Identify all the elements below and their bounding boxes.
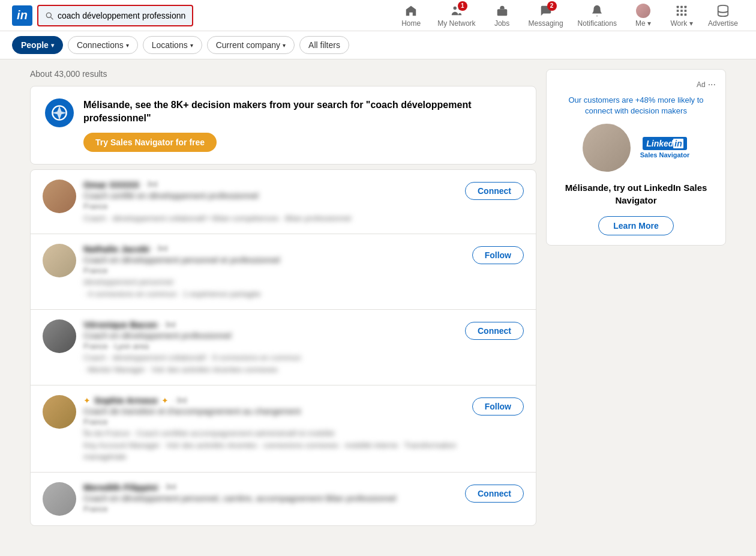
avatar[interactable] [43,244,76,277]
nav-item-messaging[interactable]: 2 Messaging [523,1,569,30]
filter-company-label: Current company [216,40,280,50]
person-degree: · 3rd [153,244,167,253]
chevron-down-icon: ▾ [51,42,54,49]
svg-rect-5 [685,5,687,8]
person-location: France [83,266,465,275]
header: in Home 1 My Network Jobs [0,0,756,31]
ad-card: Ad ··· Our customers are +48% more likel… [546,69,726,246]
filter-people[interactable]: People ▾ [12,36,63,54]
nav-item-mynetwork[interactable]: 1 My Network [431,1,481,30]
ad-sub-text: Our customers are +48% more likely to co… [556,95,716,116]
avatar[interactable] [43,180,76,213]
person-action: Connect [465,322,524,340]
person-info: Meredith Filippini · 3rd Coach en dévelo… [83,482,458,513]
person-name[interactable]: Véronique Bacon [83,319,157,330]
sales-nav-headline: Mélisande, see the 8K+ decision makers f… [83,98,521,125]
filter-connections-label: Connections [77,40,124,50]
connect-button[interactable]: Connect [465,182,524,200]
svg-rect-9 [677,13,679,16]
follow-button[interactable]: Follow [472,246,524,264]
svg-rect-4 [680,5,683,8]
person-headline: Coach en développement personnel et prof… [83,255,465,265]
right-column: Ad ··· Our customers are +48% more likel… [546,69,726,526]
nav-label-messaging: Messaging [529,19,563,28]
ad-person-image [583,124,631,172]
nav-bar: Home 1 My Network Jobs 2 Messaging [393,1,744,30]
ad-options-icon[interactable]: ··· [708,79,716,90]
me-avatar [636,4,650,18]
connect-button[interactable]: Connect [465,485,524,503]
person-name[interactable]: Sophie Arnoux [94,395,158,405]
person-headline: Coach de transition et d'accompagnement … [83,406,465,416]
avatar[interactable] [43,319,76,353]
nav-item-notifications[interactable]: Notifications [572,1,623,30]
nav-label-home: Home [401,19,421,28]
notifications-icon [590,4,604,18]
nav-label-work: Work ▾ [670,19,692,28]
nav-label-mynetwork: My Network [437,19,475,28]
messaging-icon: 2 [539,4,553,18]
table-row: Meredith Filippini · 3rd Coach en dévelo… [31,473,536,525]
filter-locations[interactable]: Locations ▾ [143,36,202,54]
connect-button[interactable]: Connect [465,322,524,340]
person-action: Connect [465,182,524,200]
person-name[interactable]: Omar XXXXX [83,180,139,190]
svg-rect-2 [497,9,507,16]
person-info: Véronique Bacon · 3rd Coach en développe… [83,319,458,375]
ad-header: Ad ··· [556,79,716,90]
svg-rect-6 [677,10,679,12]
svg-point-0 [453,6,457,10]
messaging-badge: 2 [547,1,557,11]
try-sales-nav-button[interactable]: Try Sales Navigator for free [83,133,217,152]
chevron-down-icon: ▾ [190,42,193,49]
mynetwork-icon: 1 [449,4,464,18]
person-action: Follow [472,246,524,264]
person-extra: · Mentor Manager · Voir des activités ré… [83,364,458,375]
follow-button[interactable]: Follow [472,397,524,415]
nav-item-me[interactable]: Me ▾ [625,1,661,30]
avatar[interactable] [43,482,76,516]
filter-connections[interactable]: Connections ▾ [68,36,138,54]
home-icon [404,4,418,18]
nav-item-advertise[interactable]: Advertise [702,1,744,30]
filter-bar: People ▾ Connections ▾ Locations ▾ Curre… [0,31,756,59]
table-row: Nathalie Jacobi · 3rd Coach en développe… [31,234,536,310]
person-headline: Coach en développement professionnel [83,331,458,340]
table-row: ✦ Sophie Arnoux ✦ · 3rd Coach de transit… [31,385,536,472]
person-mutual: Coach · développement collaboratif · 9 c… [83,353,458,362]
table-row: Omar XXXXX · 3rd Coach certifié en dével… [31,170,536,234]
sales-nav-logo-text: Sales Navigator [640,151,690,159]
person-name[interactable]: Nathalie Jacobi [83,244,149,254]
person-info: Nathalie Jacobi · 3rd Coach en développe… [83,244,465,300]
linkedin-logo[interactable]: in [12,5,32,26]
person-location: France [83,417,465,426]
ad-title: Mélisande, try out LinkedIn Sales Naviga… [556,181,716,207]
person-name[interactable]: Meredith Filippini [83,482,158,492]
chevron-down-icon: ▾ [283,42,286,49]
nav-label-me: Me ▾ [635,19,651,28]
mynetwork-badge: 1 [458,1,467,11]
person-mutual: Île-de-France · Coach certifiée accompag… [83,429,465,438]
filter-all-filters[interactable]: All filters [299,36,349,54]
nav-item-home[interactable]: Home [393,1,429,30]
advertise-icon [716,4,730,18]
learn-more-button[interactable]: Learn More [598,216,673,235]
person-info: ✦ Sophie Arnoux ✦ · 3rd Coach de transit… [83,395,465,462]
nav-item-jobs[interactable]: Jobs [484,1,520,30]
jobs-icon [495,4,509,18]
svg-rect-7 [680,10,683,12]
filter-current-company[interactable]: Current company ▾ [207,36,295,54]
person-info: Omar XXXXX · 3rd Coach certifié en dével… [83,180,458,224]
person-extra: · 4 connexions en commun · 1 expérience … [83,289,465,300]
results-count: About 43,000 results [30,69,536,79]
sales-nav-content: Mélisande, see the 8K+ decision makers f… [83,98,521,152]
search-input[interactable] [58,11,186,20]
person-action: Follow [472,397,524,415]
avatar[interactable] [43,395,76,429]
nav-item-work[interactable]: Work ▾ [664,1,700,30]
person-location: France [83,202,458,211]
ad-image-area: Linkedin Sales Navigator [556,124,716,172]
filter-all-label: All filters [308,40,340,50]
svg-rect-11 [685,13,687,16]
person-degree: · 3rd [161,321,175,329]
